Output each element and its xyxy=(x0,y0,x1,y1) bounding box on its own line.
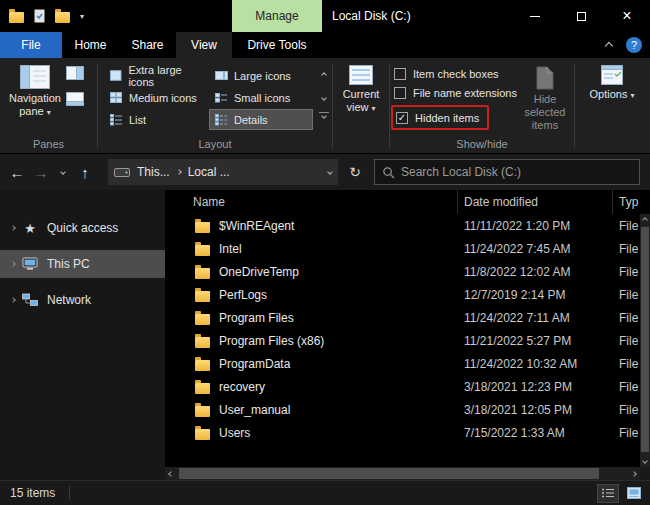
vertical-scrollbar[interactable] xyxy=(640,214,650,467)
horizontal-scrollbar-thumb[interactable] xyxy=(179,468,599,479)
file-row[interactable]: User_manual 3/18/2021 12:05 PM File xyxy=(165,398,640,421)
file-type: File xyxy=(613,219,640,233)
recent-locations-button[interactable] xyxy=(54,154,72,190)
preview-pane-button[interactable] xyxy=(66,66,84,83)
address-dropdown-icon[interactable] xyxy=(327,169,333,175)
thumbnails-view-toggle[interactable] xyxy=(623,484,645,503)
file-row[interactable]: recovery 3/18/2021 12:23 PM File xyxy=(165,375,640,398)
preview-pane-icon xyxy=(66,66,84,80)
new-folder-button[interactable] xyxy=(55,9,70,23)
layout-option-list[interactable]: List xyxy=(104,109,208,130)
breadcrumb-current[interactable]: Local ... xyxy=(188,165,230,179)
refresh-button[interactable]: ↻ xyxy=(342,159,368,185)
show-hide-group-label: Show/hide xyxy=(390,138,574,150)
horizontal-scrollbar[interactable] xyxy=(165,467,640,480)
expander-icon[interactable] xyxy=(6,298,19,302)
hide-selected-items-icon xyxy=(535,66,555,90)
hidden-items-highlight-box: ✓ Hidden items xyxy=(391,105,489,130)
sidebar-item-this-pc[interactable]: This PC xyxy=(0,250,165,278)
hide-selected-items-button[interactable]: Hide selected items xyxy=(518,63,572,132)
scroll-down-icon[interactable] xyxy=(640,455,650,467)
folder-icon xyxy=(195,222,210,233)
sidebar-item-quick-access[interactable]: ★ Quick access xyxy=(0,214,165,242)
current-view-group: Current view ▾ xyxy=(333,58,389,153)
tab-view[interactable]: View xyxy=(176,32,232,58)
file-name-extensions-checkbox[interactable]: File name extensions xyxy=(394,83,517,102)
hidden-items-checkbox[interactable]: ✓ Hidden items xyxy=(396,108,479,127)
list-icon xyxy=(109,113,123,126)
close-button[interactable]: × xyxy=(604,0,650,32)
qat-customize-button[interactable]: ▾ xyxy=(80,12,84,21)
properties-button[interactable] xyxy=(34,9,45,23)
back-button[interactable]: ← xyxy=(6,154,28,190)
column-header-name[interactable]: Name xyxy=(165,190,458,214)
scroll-left-icon[interactable] xyxy=(165,467,177,480)
up-button[interactable]: ↑ xyxy=(74,154,96,190)
help-button[interactable]: ? xyxy=(626,37,642,53)
breadcrumb-root[interactable]: This... xyxy=(137,165,170,179)
details-pane-button[interactable] xyxy=(66,92,84,109)
quick-access-toolbar: ▾ xyxy=(0,9,84,23)
vertical-scrollbar-thumb[interactable] xyxy=(641,227,649,452)
file-row[interactable]: Program Files (x86) 11/21/2022 5:27 PM F… xyxy=(165,329,640,352)
file-row[interactable]: $WinREAgent 11/11/2022 1:20 PM File xyxy=(165,214,640,237)
file-row[interactable]: Users 7/15/2022 1:33 AM File xyxy=(165,421,640,444)
expander-icon[interactable] xyxy=(6,226,19,230)
expander-icon[interactable] xyxy=(6,262,19,266)
file-name: Users xyxy=(219,426,250,440)
minimize-button[interactable] xyxy=(512,0,558,32)
tab-home[interactable]: Home xyxy=(62,32,119,58)
file-name: OneDriveTemp xyxy=(219,265,299,279)
layout-more-button[interactable] xyxy=(319,112,329,118)
chevron-right-icon[interactable] xyxy=(176,169,182,175)
column-header-type[interactable]: Typ xyxy=(613,190,650,214)
sidebar-item-network[interactable]: Network xyxy=(0,286,165,314)
layout-scroll-down-button[interactable] xyxy=(322,89,326,103)
chevron-up-icon xyxy=(605,42,613,50)
scroll-up-icon[interactable] xyxy=(640,214,650,226)
forward-button[interactable]: → xyxy=(30,154,52,190)
collapse-ribbon-button[interactable] xyxy=(606,38,612,52)
properties-icon xyxy=(34,9,45,23)
file-row[interactable]: OneDriveTemp 11/8/2022 12:02 AM File xyxy=(165,260,640,283)
tab-share[interactable]: Share xyxy=(119,32,176,58)
scroll-right-icon[interactable] xyxy=(628,467,640,480)
manage-contextual-tab[interactable]: Manage xyxy=(232,0,322,32)
thumbnails-view-icon xyxy=(627,487,641,499)
file-row[interactable]: PerfLogs 12/7/2019 2:14 PM File xyxy=(165,283,640,306)
ribbon-tab-bar: File Home Share View Drive Tools ? xyxy=(0,32,650,58)
layout-scroll-up-button[interactable] xyxy=(322,66,326,80)
close-icon: × xyxy=(622,8,631,24)
layout-option-details[interactable]: Details xyxy=(209,109,313,130)
quick-access-star-icon: ★ xyxy=(19,221,41,236)
item-check-boxes-checkbox[interactable]: Item check boxes xyxy=(394,64,517,83)
tab-drive-tools[interactable]: Drive Tools xyxy=(232,32,322,58)
tab-file[interactable]: File xyxy=(0,32,62,58)
details-view-toggle[interactable] xyxy=(597,484,619,503)
layout-option-extra-large-icons[interactable]: Extra large icons xyxy=(104,65,208,86)
layout-option-medium-icons[interactable]: Medium icons xyxy=(104,87,208,108)
small-icons-icon xyxy=(214,91,228,104)
column-header-date-modified[interactable]: Date modified xyxy=(458,190,613,214)
current-view-button[interactable]: Current view ▾ xyxy=(335,62,387,115)
details-icon xyxy=(214,113,228,126)
breadcrumb[interactable]: This... Local ... xyxy=(108,159,338,185)
layout-option-large-icons[interactable]: Large icons xyxy=(209,65,313,86)
file-row[interactable]: ProgramData 11/24/2022 10:32 AM File xyxy=(165,352,640,375)
search-input[interactable] xyxy=(401,165,632,179)
file-date: 11/8/2022 12:02 AM xyxy=(458,265,613,279)
navigation-pane-button[interactable]: Navigation pane ▾ xyxy=(6,62,64,119)
file-name: PerfLogs xyxy=(219,288,267,302)
chevron-down-icon xyxy=(60,169,66,175)
layout-option-small-icons[interactable]: Small icons xyxy=(209,87,313,108)
file-type: File xyxy=(613,357,640,371)
file-list: Name Date modified Typ $WinREAgent 11/11… xyxy=(165,190,650,480)
maximize-button[interactable] xyxy=(558,0,604,32)
file-type: File xyxy=(613,403,640,417)
options-button[interactable]: Options ▾ xyxy=(586,62,638,102)
file-row[interactable]: Intel 11/24/2022 7:45 AM File xyxy=(165,237,640,260)
file-row[interactable]: Program Files 11/24/2022 7:11 AM File xyxy=(165,306,640,329)
layout-group-label: Layout xyxy=(98,138,332,150)
panes-group-label: Panes xyxy=(0,138,97,150)
file-date: 3/18/2021 12:05 PM xyxy=(458,403,613,417)
